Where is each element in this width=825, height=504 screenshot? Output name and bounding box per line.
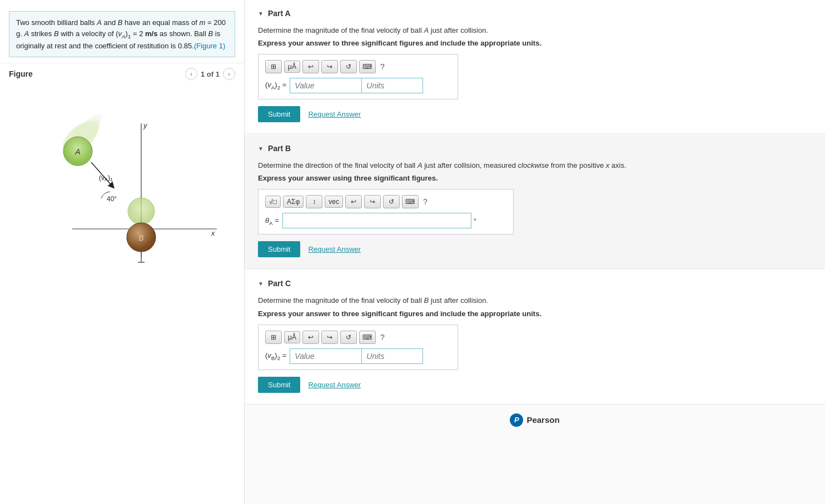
part-c-input-row: (vB)2 = — [265, 348, 451, 364]
part-a-section: ▼ Part A Determine the magnitude of the … — [245, 0, 825, 134]
figure-header: Figure ‹ 1 of 1 › — [0, 63, 244, 84]
part-b-input-row: θA = ° — [265, 213, 506, 228]
part-b-input-label: θA = — [265, 216, 279, 226]
part-b-vec-btn[interactable]: vec — [325, 196, 343, 208]
part-c-action-row: Submit Request Answer — [258, 377, 812, 393]
part-b-help-btn[interactable]: ? — [423, 197, 428, 206]
figure-scroll[interactable]: A (vA)1 40° y — [0, 84, 244, 504]
part-c-value-input[interactable] — [290, 348, 362, 364]
part-c-header[interactable]: ▼ Part C — [258, 279, 812, 288]
part-b-updown-btn[interactable]: ↕ — [306, 195, 322, 208]
part-b-answer-box: √□ ΑΣφ ↕ vec ↩ ↪ ↺ ⌨ ? θA = ° — [258, 189, 514, 234]
part-c-answer-box: ⊞ μÅ ↩ ↪ ↺ ⌨ ? (vB)2 = — [258, 325, 458, 370]
pearson-footer: P Pearson — [245, 406, 825, 431]
part-a-symbol-btn[interactable]: μÅ — [284, 61, 300, 73]
part-b-angle-input[interactable] — [282, 213, 471, 228]
part-b-undo-btn[interactable]: ↩ — [345, 195, 362, 208]
part-a-toolbar: ⊞ μÅ ↩ ↪ ↺ ⌨ ? — [265, 60, 451, 73]
part-c-units-input[interactable] — [362, 348, 423, 364]
part-a-reset-btn[interactable]: ↺ — [340, 60, 357, 73]
part-a-input-row: (vA)2 = — [265, 78, 451, 93]
part-b-action-row: Submit Request Answer — [258, 241, 812, 257]
part-a-redo-btn[interactable]: ↪ — [321, 60, 338, 73]
svg-text:x: x — [211, 229, 215, 237]
part-a-question: Determine the magnitude of the final vel… — [258, 26, 812, 36]
part-a-undo-btn[interactable]: ↩ — [302, 60, 319, 73]
part-a-value-input[interactable] — [290, 78, 362, 93]
pearson-brand: Pearson — [526, 415, 559, 425]
part-b-toolbar: √□ ΑΣφ ↕ vec ↩ ↪ ↺ ⌨ ? — [265, 195, 506, 208]
part-c-collapse-icon: ▼ — [258, 281, 264, 287]
part-a-instruction: Express your answer to three significant… — [258, 39, 812, 47]
part-a-action-row: Submit Request Answer — [258, 106, 812, 122]
svg-point-12 — [128, 198, 155, 224]
figure-page: 1 of 1 — [201, 70, 220, 78]
figure-next-button[interactable]: › — [223, 68, 235, 80]
part-c-symbol-btn[interactable]: μÅ — [284, 331, 300, 343]
part-c-toolbar: ⊞ μÅ ↩ ↪ ↺ ⌨ ? — [265, 331, 451, 344]
part-b-keyboard-btn[interactable]: ⌨ — [402, 195, 419, 208]
part-b-label: Part B — [268, 144, 291, 153]
left-panel: Two smooth billiard balls A and B have a… — [0, 0, 245, 504]
part-c-reset-btn[interactable]: ↺ — [340, 331, 357, 344]
part-c-input-label: (vB)2 = — [265, 351, 286, 361]
svg-text:y: y — [143, 121, 148, 129]
part-b-instruction: Express your answer using three signific… — [258, 174, 812, 182]
part-b-question: Determine the direction of the final vel… — [258, 161, 812, 171]
part-b-header[interactable]: ▼ Part B — [258, 144, 812, 153]
part-c-submit-button[interactable]: Submit — [258, 377, 300, 393]
svg-text:(vA)1: (vA)1 — [99, 174, 113, 182]
figure-link[interactable]: (Figure 1) — [194, 42, 225, 50]
part-a-matrix-btn[interactable]: ⊞ — [265, 60, 282, 73]
svg-text:A: A — [74, 147, 80, 156]
part-c-request-answer-button[interactable]: Request Answer — [308, 381, 361, 389]
figure-nav: ‹ 1 of 1 › — [185, 68, 235, 80]
pearson-logo: P — [510, 413, 523, 427]
part-b-section: ▼ Part B Determine the direction of the … — [245, 135, 825, 269]
part-c-redo-btn[interactable]: ↪ — [321, 331, 338, 344]
part-a-label: Part A — [268, 9, 291, 18]
part-b-greek-btn[interactable]: ΑΣφ — [283, 196, 304, 208]
part-c-undo-btn[interactable]: ↩ — [302, 331, 319, 344]
figure-area: A (vA)1 40° y — [0, 84, 244, 504]
part-a-keyboard-btn[interactable]: ⌨ — [359, 60, 376, 73]
figure-prev-button[interactable]: ‹ — [185, 68, 197, 80]
part-c-matrix-btn[interactable]: ⊞ — [265, 331, 282, 344]
part-b-reset-btn[interactable]: ↺ — [383, 195, 400, 208]
part-a-collapse-icon: ▼ — [258, 11, 264, 17]
part-a-input-label: (vA)2 = — [265, 81, 286, 91]
figure-svg: A (vA)1 40° y — [17, 90, 228, 279]
part-c-help-btn[interactable]: ? — [380, 333, 385, 342]
part-c-question: Determine the magnitude of the final vel… — [258, 296, 812, 306]
part-a-units-input[interactable] — [362, 78, 423, 93]
part-c-keyboard-btn[interactable]: ⌨ — [359, 331, 376, 344]
part-a-submit-button[interactable]: Submit — [258, 106, 300, 122]
part-b-request-answer-button[interactable]: Request Answer — [308, 245, 361, 253]
part-a-answer-box: ⊞ μÅ ↩ ↪ ↺ ⌨ ? (vA)2 = — [258, 54, 458, 99]
svg-text:40°: 40° — [107, 195, 117, 203]
part-b-submit-button[interactable]: Submit — [258, 241, 300, 257]
part-c-section: ▼ Part C Determine the magnitude of the … — [245, 270, 825, 404]
part-a-help-btn[interactable]: ? — [380, 62, 385, 71]
part-b-radical-btn[interactable]: √□ — [265, 196, 281, 208]
problem-text: Two smooth billiard balls A and B have a… — [9, 11, 235, 57]
part-b-degree-symbol: ° — [474, 217, 476, 225]
part-b-redo-btn[interactable]: ↪ — [364, 195, 381, 208]
part-a-request-answer-button[interactable]: Request Answer — [308, 110, 361, 118]
part-c-instruction: Express your answer to three significant… — [258, 310, 812, 318]
part-b-collapse-icon: ▼ — [258, 146, 264, 152]
part-c-label: Part C — [268, 279, 291, 288]
svg-text:B: B — [138, 233, 143, 242]
right-panel[interactable]: ▼ Part A Determine the magnitude of the … — [245, 0, 825, 504]
part-a-header[interactable]: ▼ Part A — [258, 9, 812, 18]
figure-title: Figure — [9, 69, 33, 78]
